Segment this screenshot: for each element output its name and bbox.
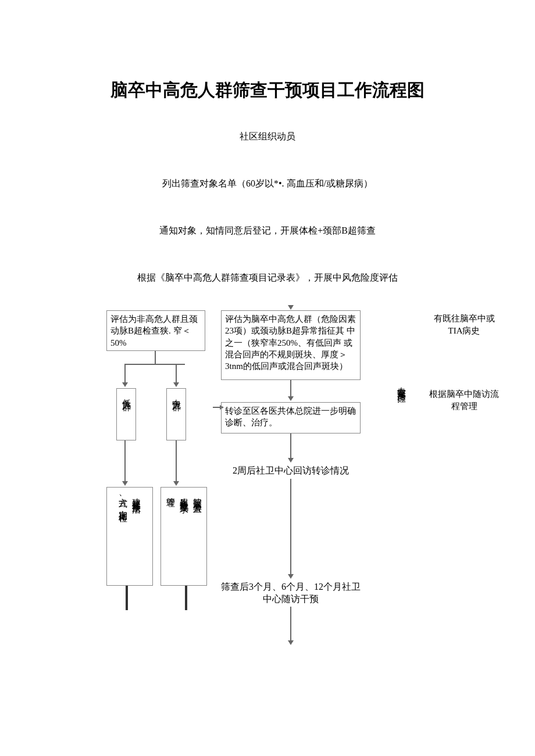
arrow-down-icon	[288, 458, 294, 463]
page: 脑卒中高危人群筛查干预项目工作流程图 社区组织动员 列出筛查对象名单（60岁以*…	[0, 0, 535, 756]
advice-col: 方式、定期体检	[117, 491, 129, 582]
connector-line	[124, 364, 126, 384]
risk-group-low: 低危人群	[116, 388, 136, 440]
connector-line	[290, 607, 291, 642]
arrow-down-icon	[173, 481, 179, 486]
followup-2week: 2周后社卫中心回访转诊情况	[221, 465, 361, 477]
advice-col: 生服务规范要求	[179, 491, 190, 582]
connector-line	[290, 380, 291, 397]
risk-group-mid: 中危人群	[166, 388, 186, 440]
branch-high-risk: 评估为脑卒中高危人群（危险因素23项）或颈动脉B超异常指征其 中之一（狭窄率25…	[221, 310, 361, 380]
connector-line	[185, 586, 187, 610]
step-notify-consent: 通知对象，知情同意后登记，开展体检+颈部B超筛查	[128, 225, 407, 237]
followup-schedule: 筛查后3个月、6个月、12个月社卫中心随访干预	[221, 581, 361, 605]
referral-box: 转诊至区各医共体总院进一步明确诊断、治疗。	[221, 402, 361, 433]
connector-line	[176, 440, 177, 482]
arrow-down-icon	[288, 396, 294, 401]
branch-non-high-risk: 评估为非高危人群且颈动脉B超检查狭. 窄＜50%	[106, 310, 205, 351]
branch-history: 有既往脑卒中或TIA病史	[429, 313, 499, 337]
advice-col: 按照基本公共卫	[192, 491, 203, 582]
step-assess-risk: 根据《脑卒中高危人群筛查项目记录表》，开展中风危险度评估	[128, 272, 407, 284]
page-title: 脑卒中高危人群筛查干预项目工作流程图	[58, 78, 477, 102]
arrow-down-icon	[122, 481, 128, 486]
step-list-subjects: 列出筛查对象名单（60岁以*•. 高血压和/或糖尿病）	[128, 178, 407, 190]
connector-line	[176, 364, 177, 384]
history-followup: 根据脑卒中随访流程管理	[429, 388, 499, 413]
arrow-down-icon	[288, 305, 294, 310]
connector-line	[290, 479, 291, 576]
advice-low-risk: 建议其健康生活 方式、定期体检	[106, 487, 153, 586]
connector-line	[290, 433, 291, 459]
arrow-down-icon	[288, 640, 294, 645]
advice-col: 管理	[165, 491, 176, 582]
arrow-down-icon	[288, 574, 294, 579]
advice-mid-risk: 按照基本公共卫 生服务规范要求 管理	[160, 487, 207, 586]
connector-line	[126, 586, 128, 610]
qc-note: 专家组开展质控	[395, 380, 408, 388]
connector-line	[124, 440, 126, 482]
advice-col: 建议其健康生活	[131, 491, 142, 582]
arrow-down-icon	[122, 382, 128, 387]
connector-line	[155, 351, 156, 364]
arrow-down-icon	[173, 382, 179, 387]
step-mobilize: 社区组织动员	[186, 131, 349, 143]
